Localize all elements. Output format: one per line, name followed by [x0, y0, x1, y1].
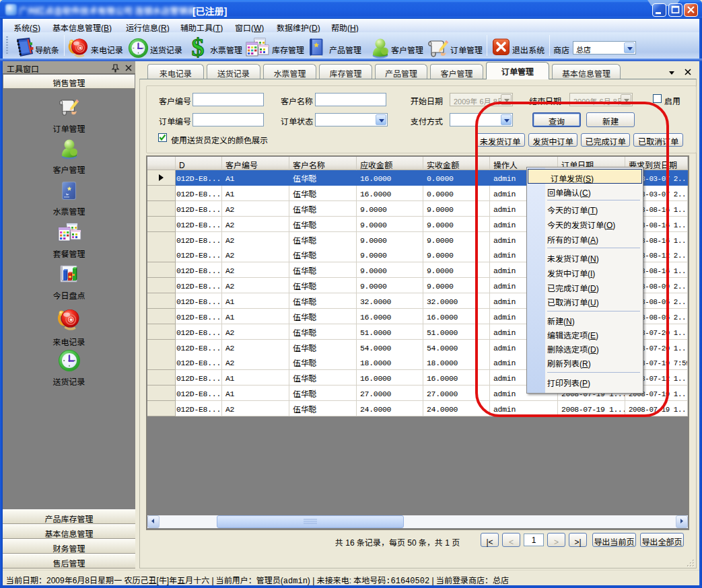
- svg-text:$: $: [192, 37, 205, 59]
